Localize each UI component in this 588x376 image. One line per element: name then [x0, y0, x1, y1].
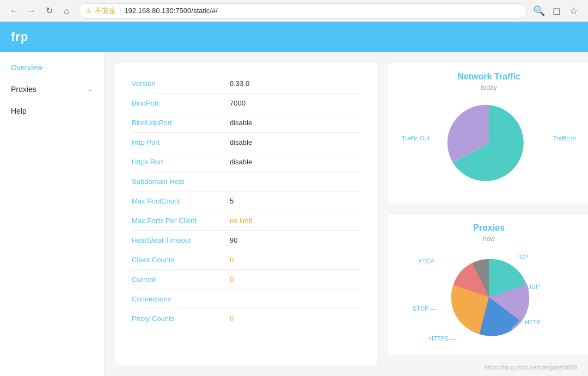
watermark: https://blog.csdn.net/yangdashi888	[485, 364, 577, 371]
info-row-connections: Connections	[132, 289, 360, 309]
info-row-version: Version0.33.0	[132, 74, 360, 94]
info-label-current: Current	[132, 275, 230, 283]
info-row-maxpoolcount: Max PoolCount5	[132, 192, 360, 211]
stcp-label: STCP —	[413, 305, 436, 312]
address-bar[interactable]: ⚠ 不安全 | 192.168.80.130:7500/static/#/	[78, 3, 527, 19]
sidebar-item-overview[interactable]: Overview	[0, 57, 104, 78]
back-button[interactable]: ←	[7, 3, 22, 19]
network-traffic-subtitle: today	[481, 84, 497, 91]
sidebar-item-proxies[interactable]: Proxies ⌄	[0, 78, 104, 100]
info-label-bindport: BindPort	[132, 99, 230, 107]
url-text: 192.168.80.130:7500/static/#/	[124, 7, 217, 15]
network-traffic-svg	[440, 97, 538, 189]
info-label-subdomainhost: Subdomain Host	[132, 177, 230, 186]
sidebar-item-help[interactable]: Help	[0, 100, 104, 122]
info-label-maxpoolcount: Max PoolCount	[132, 197, 230, 205]
network-traffic-title: Network Traffic	[457, 72, 520, 82]
info-value-current: 0	[230, 275, 234, 283]
network-traffic-section: Network Traffic today Traffic Out Traffi…	[388, 63, 588, 204]
topbar: frp	[0, 22, 588, 52]
reload-button[interactable]: ↻	[41, 3, 57, 19]
info-label-httpsport: Https Port	[132, 158, 230, 166]
info-value-bindport: 7000	[230, 99, 246, 107]
info-value-version: 0.33.0	[230, 79, 249, 88]
info-value-maxpoolcount: 5	[230, 197, 234, 205]
info-row-httpport: Http Portdisable	[132, 133, 360, 152]
search-browser-icon[interactable]: 🔍	[531, 5, 547, 17]
sidebar-item-overview-label: Overview	[11, 63, 42, 72]
bookmark-icon[interactable]: ☆	[566, 5, 581, 17]
info-row-subdomainhost: Subdomain Host	[132, 172, 360, 192]
insecure-label: 不安全	[95, 6, 116, 16]
info-panel: Version0.33.0BindPort7000BindUdpPortdisa…	[115, 63, 377, 365]
tcp-label: TCP	[516, 254, 528, 260]
nav-buttons[interactable]: ← → ↻ ⌂	[7, 3, 74, 19]
app-logo: frp	[11, 30, 28, 44]
main-layout: Overview Proxies ⌄ Help Version0.33.0Bin…	[0, 52, 588, 376]
info-rows: Version0.33.0BindPort7000BindUdpPortdisa…	[132, 74, 360, 328]
traffic-in-label: Traffic In	[553, 135, 576, 141]
info-label-maxportsperclient: Max Ports Per Client	[132, 217, 230, 225]
extensions-icon[interactable]: ◻	[549, 5, 564, 17]
info-label-connections: Connections	[132, 295, 230, 303]
info-label-httpport: Http Port	[132, 138, 230, 146]
info-row-httpsport: Https Portdisable	[132, 152, 360, 172]
info-value-maxportsperclient: no limit	[230, 217, 252, 225]
security-icon: ⚠	[85, 7, 91, 15]
network-traffic-chart: Traffic Out Traffic In	[402, 97, 576, 195]
proxies-svg2	[445, 254, 532, 341]
info-row-bindport: BindPort7000	[132, 94, 360, 113]
https-label: HTTPS —	[429, 335, 456, 342]
charts-area: Network Traffic today Traffic Out Traffi…	[388, 63, 588, 365]
info-value-proxycounts: 0	[230, 315, 234, 323]
info-row-proxycounts: Proxy Counts0	[132, 309, 360, 328]
info-label-clientcounts: Client Counts	[132, 256, 230, 264]
forward-button[interactable]: →	[24, 3, 39, 19]
info-label-proxycounts: Proxy Counts	[132, 315, 230, 323]
info-value-httpsport: disable	[230, 158, 252, 166]
info-label-heartbeattimeout: HeartBeat Timeout	[132, 236, 230, 244]
sidebar: Overview Proxies ⌄ Help	[0, 52, 105, 376]
proxies-chart-subtitle: now	[483, 235, 495, 243]
content-area: Version0.33.0BindPort7000BindUdpPortdisa…	[105, 52, 588, 376]
info-row-current: Current0	[132, 270, 360, 289]
info-row-bindudpport: BindUdpPortdisable	[132, 113, 360, 133]
chevron-down-icon: ⌄	[88, 85, 93, 93]
udp-label: UDP	[527, 283, 540, 290]
info-value-httpport: disable	[230, 138, 252, 146]
info-row-maxportsperclient: Max Ports Per Clientno limit	[132, 211, 360, 231]
home-button[interactable]: ⌂	[59, 3, 74, 19]
proxies-chart: TCP UDP — HTTP HTTPS — STCP — XTCP —	[396, 248, 581, 346]
app: frp Overview Proxies ⌄ Help Version0.33.…	[0, 22, 588, 376]
proxies-chart-title: Proxies	[473, 223, 505, 233]
info-value-bindudpport: disable	[230, 119, 252, 127]
info-label-version: Version	[132, 79, 230, 88]
traffic-out-label: Traffic Out	[402, 135, 430, 141]
http-label: — HTTP	[517, 319, 541, 325]
info-row-clientcounts: Client Counts0	[132, 250, 360, 270]
browser-actions[interactable]: 🔍 ◻ ☆	[531, 5, 581, 17]
sidebar-item-proxies-label: Proxies	[11, 85, 36, 94]
xtcp-label: XTCP —	[418, 258, 442, 264]
proxies-chart-section: Proxies now	[388, 214, 588, 355]
info-value-heartbeattimeout: 90	[230, 236, 237, 244]
info-value-clientcounts: 0	[230, 256, 234, 264]
separator: |	[119, 7, 121, 15]
browser-chrome: ← → ↻ ⌂ ⚠ 不安全 | 192.168.80.130:7500/stat…	[0, 0, 588, 22]
sidebar-item-help-label: Help	[11, 107, 27, 115]
info-label-bindudpport: BindUdpPort	[132, 119, 230, 127]
info-row-heartbeattimeout: HeartBeat Timeout90	[132, 231, 360, 250]
